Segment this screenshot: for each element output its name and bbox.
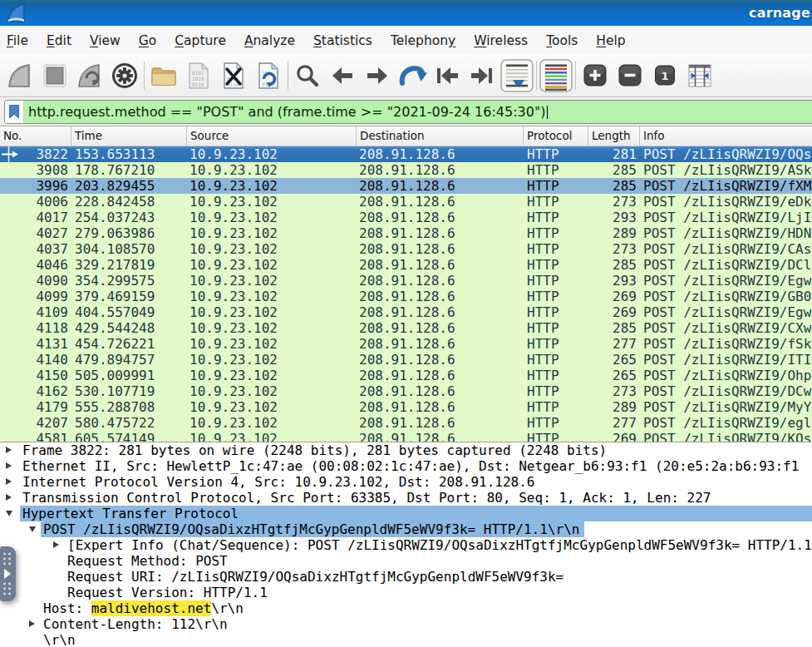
reload-file-button[interactable]: 1010110 [251,57,286,94]
packet-row-3908[interactable]: 3908178.76721010.9.23.102208.91.128.6HTT… [0,162,812,178]
packet-row-4162[interactable]: 4162530.10771910.9.23.102208.91.128.6HTT… [0,383,812,399]
detail-row-2[interactable]: Internet Protocol Version 4, Src: 10.9.2… [0,474,812,490]
detail-row-9[interactable]: Request Version: HTTP/1.1 [0,585,812,600]
cell-info: POST /zLIisQRWZI9/LjI [640,210,812,225]
filter-bookmark-button[interactable] [5,101,24,123]
save-file-button[interactable]: 010110100110 [181,57,216,94]
detail-row-8[interactable]: Request URI: /zLIisQRWZI9/OQsaDixzHTgtfj… [0,569,812,585]
menu-statistics[interactable]: Statistics [304,29,381,52]
detail-row-5[interactable]: POST /zLIisQRWZI9/OQsaDixzHTgtfjMcGypGen… [0,521,812,537]
menu-capture[interactable]: Capture [165,29,235,52]
triangle-right-icon[interactable] [53,541,59,548]
find-packet-button[interactable] [290,57,325,94]
packet-row-4090[interactable]: 4090354.29957510.9.23.102208.91.128.6HTT… [0,273,812,289]
detail-text: \r\n [43,632,76,647]
display-filter-text: http.request.method == "POST" and (frame… [24,101,812,123]
close-file-button[interactable]: 01010110 [216,57,251,94]
detail-row-4[interactable]: Hypertext Transfer Protocol [0,506,812,521]
cell-protocol: HTTP [524,194,588,210]
menu-go[interactable]: Go [130,29,166,52]
go-back-button[interactable] [325,57,360,94]
triangle-right-icon[interactable] [6,447,12,453]
menu-telephony[interactable]: Telephony [381,29,465,52]
packet-row-4027[interactable]: 4027279.06398610.9.23.102208.91.128.6HTT… [0,225,812,241]
triangle-right-icon[interactable] [6,462,12,469]
detail-row-1[interactable]: Ethernet II, Src: HewlettP_1c:47:ae (00:… [0,458,812,474]
cell-protocol: HTTP [524,178,588,194]
triangle-right-icon[interactable] [6,478,12,485]
detail-row-10[interactable]: Host: maldivehost.net\r\n [0,600,812,616]
detail-row-3[interactable]: Transmission Control Protocol, Src Port:… [0,490,812,506]
menu-view[interactable]: View [81,29,130,52]
gear-icon [111,62,139,90]
packet-row-4150[interactable]: 4150505.00999110.9.23.102208.91.128.6HTT… [0,368,812,383]
svg-text:1010: 1010 [192,76,204,81]
triangle-down-icon[interactable] [6,511,12,516]
detail-row-6[interactable]: [Expert Info (Chat/Sequence): POST /zLIi… [0,537,812,553]
triangle-right-icon[interactable] [6,494,12,501]
detail-row-12[interactable]: \r\n [0,632,812,647]
plus-badge-icon [583,64,608,87]
open-file-button[interactable] [146,57,181,94]
packet-row-4037[interactable]: 4037304.10857010.9.23.102208.91.128.6HTT… [0,241,812,257]
detail-row-11[interactable]: Content-Length: 112\r\n [0,616,812,632]
start-capture-button[interactable] [2,57,37,94]
cell-source: 10.9.23.102 [187,431,357,442]
packet-row-3822[interactable]: 3822153.65311310.9.23.102208.91.128.6HTT… [0,146,812,162]
capture-options-button[interactable] [107,57,142,94]
go-first-button[interactable] [430,57,465,94]
column-header-length[interactable]: Length [588,126,640,146]
detail-row-0[interactable]: Frame 3822: 281 bytes on wire (2248 bits… [0,442,812,458]
menu-tools[interactable]: Tools [537,29,587,52]
column-header-source[interactable]: Source [187,126,357,146]
packet-row-4099[interactable]: 4099379.46915910.9.23.102208.91.128.6HTT… [0,289,812,304]
packet-row-4131[interactable]: 4131454.72622110.9.23.102208.91.128.6HTT… [0,336,812,352]
go-to-packet-button[interactable] [395,57,430,94]
menu-edit[interactable]: Edit [37,29,81,52]
auto-scroll-button[interactable] [500,57,534,94]
packet-row-4046[interactable]: 4046329.21781910.9.23.102208.91.128.6HTT… [0,257,812,273]
colorize-button[interactable] [539,57,573,94]
stop-capture-button[interactable] [37,57,72,94]
triangle-right-icon[interactable] [29,620,35,627]
resize-columns-button[interactable] [682,57,717,94]
menu-file[interactable]: File [0,29,37,52]
packet-row-4006[interactable]: 4006228.84245810.9.23.102208.91.128.6HTT… [0,194,812,210]
shark-fin-icon [6,62,34,89]
column-header-info[interactable]: Info [640,126,812,146]
cell-length: 273 [588,383,640,399]
zoom-100-button[interactable]: 1 [647,57,682,94]
menu-help[interactable]: Help [587,29,634,52]
column-header-time[interactable]: Time [71,126,187,146]
display-filter-input[interactable]: http.request.method == "POST" and (frame… [4,100,812,124]
cell-destination: 208.91.128.6 [357,399,524,415]
packet-row-4109[interactable]: 4109404.55704910.9.23.102208.91.128.6HTT… [0,304,812,320]
packet-row-4207[interactable]: 4207580.47572210.9.23.102208.91.128.6HTT… [0,415,812,431]
side-drawer-handle[interactable] [0,546,16,601]
menu-analyze[interactable]: Analyze [235,29,304,52]
detail-text: Host: maldivehost.net\r\n [43,600,244,616]
document-binary-icon: 010110100110 [186,62,211,90]
cell-info: POST /zLIisQRWZI9/Egw [640,273,812,289]
column-header-no[interactable]: No. [0,126,71,146]
menu-wireless[interactable]: Wireless [465,29,537,52]
go-forward-button[interactable] [360,57,395,94]
restart-capture-button[interactable] [72,57,107,94]
go-last-button[interactable] [465,57,500,94]
packet-row-4017[interactable]: 4017254.03724310.9.23.102208.91.128.6HTT… [0,210,812,225]
detail-text: Transmission Control Protocol, Src Port:… [22,490,711,506]
column-header-protocol[interactable]: Protocol [524,126,588,146]
triangle-down-icon[interactable] [29,526,36,532]
packet-row-4118[interactable]: 4118429.54424810.9.23.102208.91.128.6HTT… [0,320,812,336]
cell-destination: 208.91.128.6 [357,352,524,368]
column-header-destination[interactable]: Destination [357,126,524,146]
packet-row-3996[interactable]: 3996203.82945510.9.23.102208.91.128.6HTT… [0,178,812,194]
packet-row-4179[interactable]: 4179555.28870810.9.23.102208.91.128.6HTT… [0,399,812,415]
zoom-out-button[interactable] [613,57,647,94]
packet-row-4581[interactable]: 4581605.57414910.9.23.102208.91.128.6HTT… [0,431,812,442]
packet-row-4140[interactable]: 4140479.89475710.9.23.102208.91.128.6HTT… [0,352,812,368]
zoom-in-button[interactable] [578,57,613,94]
detail-text: Request Method: POST [67,553,228,569]
detail-row-7[interactable]: Request Method: POST [0,553,812,569]
cell-length: 277 [588,336,640,352]
